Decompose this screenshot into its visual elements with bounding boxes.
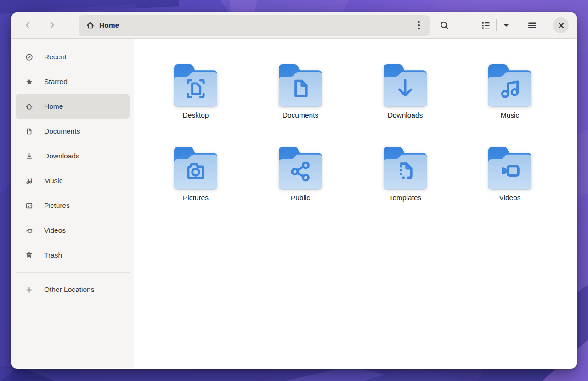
folder-item-pictures[interactable]: Pictures	[143, 141, 248, 224]
home-icon	[86, 21, 95, 30]
back-button[interactable]	[16, 15, 40, 35]
search-button[interactable]	[434, 15, 454, 35]
sidebar-item-documents[interactable]: Documents	[16, 119, 130, 144]
chevron-left-icon	[24, 21, 32, 29]
folder-name: Videos	[499, 194, 520, 202]
folder-icon	[485, 141, 535, 192]
plus-icon	[25, 286, 33, 294]
hamburger-menu-icon	[528, 21, 537, 30]
files-window: Home	[11, 12, 577, 369]
home-icon	[25, 103, 33, 111]
sidebar-item-starred[interactable]: Starred	[16, 69, 130, 94]
folder-icon	[170, 141, 221, 192]
star-icon	[25, 78, 33, 86]
sidebar-separator	[16, 272, 130, 273]
hamburger-menu-button[interactable]	[522, 15, 542, 35]
folder-name: Public	[291, 194, 310, 202]
folder-item-templates[interactable]: Templates	[353, 141, 458, 224]
sidebar-item-videos[interactable]: Videos	[16, 218, 130, 243]
folder-icon	[380, 59, 430, 109]
folder-item-videos[interactable]: Videos	[458, 141, 562, 224]
folder-icon	[380, 141, 430, 192]
sidebar-item-label: Music	[44, 177, 62, 185]
search-icon	[440, 21, 449, 30]
sidebar-item-label: Other Locations	[44, 286, 94, 294]
path-bar: Home	[79, 15, 430, 36]
folder-item-documents[interactable]: Documents	[248, 59, 353, 141]
close-icon	[558, 22, 564, 28]
window-body: Recent Starred Home Do	[11, 39, 577, 368]
folder-icon	[275, 141, 326, 192]
folder-name: Downloads	[388, 111, 423, 119]
sidebar-item-music[interactable]: Music	[16, 168, 130, 193]
sidebar-item-other-locations[interactable]: Other Locations	[16, 277, 130, 302]
sidebar-item-label: Downloads	[44, 152, 79, 160]
folder-item-public[interactable]: Public	[248, 141, 353, 224]
sidebar-item-label: Videos	[44, 226, 66, 235]
video-camera-icon	[25, 227, 33, 235]
music-notes-icon	[25, 177, 33, 185]
close-window-button[interactable]	[553, 17, 569, 33]
view-list-button[interactable]	[475, 15, 496, 35]
location-menu-button[interactable]	[408, 15, 430, 36]
folder-name: Music	[501, 111, 519, 119]
sidebar-item-trash[interactable]: Trash	[16, 243, 130, 268]
folder-name: Pictures	[183, 194, 209, 202]
chevron-right-icon	[48, 21, 56, 29]
recent-clock-icon	[25, 53, 33, 61]
folder-grid: Desktop Documents	[134, 39, 577, 368]
path-crumb-home[interactable]: Home	[79, 21, 408, 30]
trash-icon	[25, 252, 33, 259]
sidebar: Recent Starred Home Do	[11, 39, 134, 368]
forward-button[interactable]	[40, 15, 64, 35]
sidebar-item-pictures[interactable]: Pictures	[16, 193, 130, 218]
download-icon	[25, 152, 33, 160]
sidebar-item-label: Starred	[44, 78, 68, 86]
path-label: Home	[99, 21, 119, 29]
sidebar-item-label: Documents	[44, 127, 80, 135]
folder-icon	[485, 59, 535, 109]
folder-name: Desktop	[183, 111, 209, 119]
folder-icon	[275, 59, 326, 109]
picture-icon	[25, 202, 33, 210]
view-split-divider	[496, 19, 497, 31]
sidebar-item-label: Pictures	[44, 202, 70, 210]
header-bar: Home	[11, 12, 577, 39]
list-view-icon	[481, 21, 490, 30]
sidebar-item-home[interactable]: Home	[16, 94, 130, 119]
folder-item-downloads[interactable]: Downloads	[353, 59, 458, 141]
sidebar-item-recent[interactable]: Recent	[16, 45, 130, 69]
folder-name: Documents	[283, 111, 318, 119]
folder-item-music[interactable]: Music	[458, 59, 562, 141]
folder-name: Templates	[389, 194, 422, 202]
chevron-down-icon	[503, 22, 510, 29]
sidebar-item-label: Recent	[44, 53, 67, 61]
kebab-menu-icon	[415, 20, 423, 30]
document-icon	[25, 128, 33, 135]
view-options-dropdown-button[interactable]	[497, 15, 515, 35]
folder-icon	[170, 59, 221, 109]
sidebar-item-downloads[interactable]: Downloads	[16, 144, 130, 168]
folder-item-desktop[interactable]: Desktop	[143, 59, 248, 141]
sidebar-item-label: Home	[44, 102, 63, 111]
sidebar-item-label: Trash	[44, 251, 62, 259]
